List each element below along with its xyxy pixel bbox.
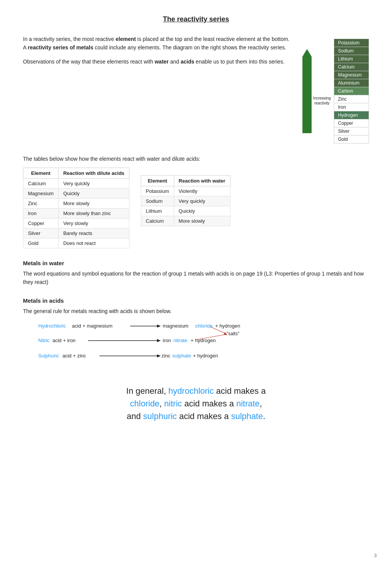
metals-in-acids-section: Metals in acids The general rule for met… [23, 297, 369, 374]
big-text-sulphate: sulphate [231, 411, 263, 421]
big-text-sulphuric: sulphuric [143, 411, 177, 421]
acids-table: Element Reaction with dilute acids Calci… [23, 168, 129, 248]
svg-text:Sulphuric: Sulphuric [38, 353, 59, 359]
series-item: Sodium [334, 47, 369, 55]
equations-svg: Hydrochloric acid + magnesium magnesium … [38, 319, 260, 373]
table-row: CalciumVery quickly [23, 179, 129, 189]
svg-text:zinc: zinc [162, 353, 171, 359]
arrow-up-icon [302, 49, 312, 57]
series-item: Calcium [334, 63, 369, 71]
big-text-acid3: acid makes a [177, 411, 231, 421]
table-row: SilverBarely reacts [23, 228, 129, 238]
svg-text:acid + magnesium: acid + magnesium [72, 323, 113, 329]
big-text-nitric: nitric [164, 399, 182, 408]
big-text-in-general: In general, [126, 386, 168, 396]
water-col1: Element [141, 176, 174, 186]
series-item: Potassium [334, 39, 369, 47]
series-item: Lithium [334, 55, 369, 63]
metals-in-water-body: The word equations and symbol equations … [23, 269, 369, 287]
svg-text:acid + iron: acid + iron [52, 338, 75, 343]
metals-in-water-title: Metals in water [23, 260, 369, 266]
svg-marker-17 [157, 354, 161, 357]
series-item: Gold [334, 135, 369, 143]
series-item: Hydrogen [334, 111, 369, 119]
table-row: GoldDoes not react [23, 238, 129, 248]
big-text-hydrochloric: hydrochloric [168, 386, 214, 396]
svg-text:chloride: chloride [195, 323, 213, 329]
metals-in-water-section: Metals in water The word equations and s… [23, 260, 369, 287]
table-row: CopperVery slowly [23, 219, 129, 228]
svg-text:+ hydrogen: + hydrogen [193, 353, 218, 359]
svg-text:"salts": "salts" [227, 331, 239, 336]
diagram-arrow-column [302, 49, 312, 133]
series-item: Copper [334, 119, 369, 127]
intro-paragraph-2: Observations of the way that these eleme… [23, 57, 291, 66]
intro-paragraph-1: In a reactivity series, the most reactiv… [23, 35, 291, 52]
metals-in-acids-title: Metals in acids [23, 297, 369, 304]
table-row: ZincMore slowly [23, 199, 129, 209]
big-text-nitrate: nitrate [236, 399, 260, 408]
big-text-and: and [127, 411, 143, 421]
big-text-period: . [263, 411, 265, 421]
series-item: Zinc [334, 95, 369, 103]
series-item: Silver [334, 127, 369, 135]
table-row: CalciumMore slowly [141, 216, 230, 226]
series-list: Potassium Sodium Lithium Calcium Magnesi… [334, 39, 369, 144]
svg-text:sulphate: sulphate [172, 353, 191, 359]
big-text-chloride: chloride [130, 399, 160, 408]
big-text-section: In general, hydrochloric acid makes a ch… [23, 385, 369, 422]
water-col2: Reaction with water [174, 176, 230, 186]
water-table: Element Reaction with water PotassiumVio… [141, 175, 230, 226]
table-row: MagnesiumQuickly [23, 189, 129, 199]
big-text-comma2: , [260, 399, 262, 408]
svg-text:+ hydrogen: + hydrogen [215, 323, 240, 329]
arrow-bar [302, 57, 312, 133]
tables-intro: The tables below show how the elements r… [23, 155, 369, 163]
table-row: IronMore slowly than zinc [23, 209, 129, 219]
svg-text:nitrate: nitrate [173, 338, 187, 343]
equations-block: Hydrochloric acid + magnesium magnesium … [38, 319, 369, 374]
acids-col1: Element [23, 168, 59, 179]
svg-text:iron: iron [163, 338, 171, 343]
series-item: Carbon [334, 87, 369, 95]
tables-row: Element Reaction with dilute acids Calci… [23, 168, 369, 248]
table-row: LithiumQuickly [141, 206, 230, 216]
series-item: Magnesium [334, 71, 369, 79]
page-title: The reactivity series [23, 15, 369, 23]
svg-text:Nitric: Nitric [38, 338, 50, 343]
tables-section: The tables below show how the elements r… [23, 155, 369, 248]
reactivity-label: Increasingreactivity [313, 96, 331, 106]
series-item: Iron [334, 103, 369, 111]
intro-text: In a reactivity series, the most reactiv… [23, 35, 291, 144]
table-row: PotassiumViolently [141, 186, 230, 196]
page-number: 3 [374, 553, 377, 558]
big-text-comma1: , [160, 399, 164, 408]
svg-text:Hydrochloric: Hydrochloric [38, 323, 66, 329]
acids-col2: Reaction with dilute acids [59, 168, 129, 179]
svg-text:acid + zinc: acid + zinc [62, 353, 86, 359]
series-item: Aluminium [334, 79, 369, 87]
svg-text:magnesium: magnesium [163, 323, 188, 329]
metals-in-acids-body: The general rule for metals reacting wit… [23, 307, 369, 315]
table-row: SodiumVery quickly [141, 196, 230, 206]
svg-marker-10 [157, 339, 161, 342]
reactivity-diagram: Increasingreactivity Potassium Sodium Li… [302, 39, 369, 144]
big-text-acid2: acid makes a [182, 399, 236, 408]
big-text-acid1: acid makes a [214, 386, 266, 396]
svg-marker-3 [157, 325, 161, 328]
